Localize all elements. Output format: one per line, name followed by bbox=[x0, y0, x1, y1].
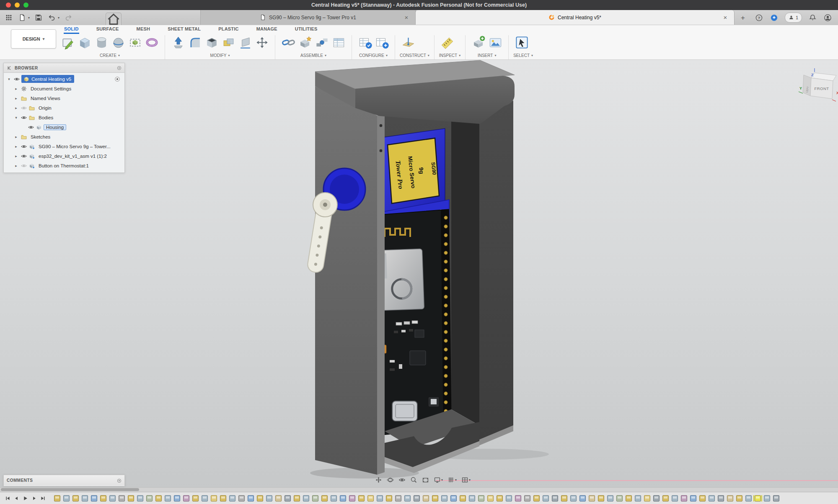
document-tab-central-heating[interactable]: Central Heating v5* × bbox=[415, 10, 735, 25]
timeline-feature-extrude[interactable] bbox=[202, 495, 208, 501]
timeline-feature-combine[interactable] bbox=[515, 495, 521, 501]
close-window-button[interactable] bbox=[6, 3, 11, 8]
timeline-feature-sketch[interactable] bbox=[497, 495, 503, 501]
timeline-feature-extrude[interactable] bbox=[607, 495, 613, 501]
pattern-icon[interactable] bbox=[127, 34, 143, 53]
timeline-feature-hole[interactable] bbox=[395, 495, 401, 501]
timeline-feature-sketch[interactable] bbox=[155, 495, 162, 501]
timeline-feature-move[interactable] bbox=[478, 495, 484, 501]
design-workspace-menu[interactable]: DESIGN ▾ bbox=[11, 29, 56, 49]
activate-component-radio[interactable] bbox=[114, 76, 120, 82]
group-label-assemble[interactable]: ASSEMBLE▾ bbox=[280, 53, 347, 58]
timeline-feature-fillet[interactable] bbox=[690, 495, 696, 501]
panel-options-icon[interactable] bbox=[116, 65, 122, 70]
close-tab-icon[interactable]: × bbox=[722, 13, 729, 21]
ribbon-tab-plastic[interactable]: PLASTIC bbox=[218, 25, 239, 34]
browser-item-named-views[interactable]: ▸Named Views bbox=[4, 93, 124, 103]
ribbon-tab-manage[interactable]: MANAGE bbox=[256, 25, 278, 34]
timeline-feature-extrude[interactable] bbox=[165, 495, 171, 501]
view-cube[interactable]: FRONT LEFT X Y Z bbox=[799, 68, 838, 101]
fillet-icon[interactable] bbox=[186, 34, 203, 53]
timeline-feature-component[interactable] bbox=[423, 495, 429, 501]
timeline-feature-extrude[interactable] bbox=[137, 495, 143, 501]
timeline-feature-extrude[interactable] bbox=[672, 495, 678, 501]
timeline-feature-extrude[interactable] bbox=[441, 495, 447, 501]
timeline-feature-fillet[interactable] bbox=[174, 495, 180, 501]
shell-icon[interactable] bbox=[203, 34, 220, 53]
timeline-feature-plane[interactable] bbox=[487, 495, 494, 501]
collapse-arrow-icon[interactable]: ▾ bbox=[13, 116, 19, 120]
expand-arrow-icon[interactable]: ▸ bbox=[13, 96, 19, 100]
collaborators-badge[interactable]: 1 bbox=[785, 13, 802, 23]
timeline-scrollbar-thumb[interactable] bbox=[1, 488, 139, 491]
zoom-icon[interactable] bbox=[409, 476, 418, 484]
timeline-feature-sketch[interactable] bbox=[72, 495, 79, 501]
step-forward-icon[interactable] bbox=[30, 494, 39, 502]
timeline-feature-sketch[interactable] bbox=[626, 495, 632, 501]
group-label-insert[interactable]: INSERT▾ bbox=[470, 53, 504, 58]
timeline-feature-combine[interactable] bbox=[681, 495, 687, 501]
group-label-modify[interactable]: MODIFY▾ bbox=[170, 53, 270, 58]
ribbon-tab-solid[interactable]: SOLID bbox=[64, 25, 79, 34]
fit-icon[interactable] bbox=[421, 476, 430, 484]
timeline-feature-fillet[interactable] bbox=[248, 495, 254, 501]
timeline-feature-extrude[interactable] bbox=[63, 495, 70, 501]
timeline-feature-extrude[interactable] bbox=[266, 495, 272, 501]
timeline-feature-hole[interactable] bbox=[238, 495, 245, 501]
close-tab-icon[interactable]: × bbox=[403, 13, 410, 21]
file-doc-icon[interactable] bbox=[18, 13, 27, 22]
revolve-icon[interactable] bbox=[110, 34, 127, 53]
chevron-down-icon[interactable]: ▾ bbox=[28, 16, 30, 20]
expand-arrow-icon[interactable]: ▸ bbox=[13, 106, 19, 110]
timeline-feature-hole[interactable] bbox=[524, 495, 530, 501]
ribbon-tab-sheet-metal[interactable]: SHEET METAL bbox=[167, 25, 201, 34]
timeline-feature-fillet[interactable] bbox=[91, 495, 97, 501]
timeline-feature-sketch[interactable] bbox=[294, 495, 300, 501]
timeline-feature-extrude[interactable] bbox=[570, 495, 577, 501]
browser-item-esp32-dev-kit-v1-asm-v1-1-2[interactable]: ▸esp32_dev_kit_v1_asm v1 (1):2 bbox=[4, 151, 124, 161]
timeline-feature-plane[interactable] bbox=[211, 495, 217, 501]
joint-icon[interactable] bbox=[313, 34, 330, 53]
timeline-feature-sketch[interactable] bbox=[257, 495, 263, 501]
visibility-eye-icon[interactable] bbox=[21, 143, 27, 149]
torus-icon[interactable] bbox=[143, 34, 160, 53]
timeline-feature-sketch[interactable] bbox=[460, 495, 466, 501]
grid-settings-icon[interactable]: ▾ bbox=[447, 476, 458, 484]
viewcube-front-label[interactable]: FRONT bbox=[814, 86, 829, 91]
visibility-eye-off-icon[interactable] bbox=[21, 105, 27, 111]
link-icon[interactable] bbox=[280, 34, 297, 53]
timeline-feature-extrude[interactable] bbox=[543, 495, 549, 501]
timeline-feature-sketch[interactable] bbox=[192, 495, 199, 501]
timeline-feature-move[interactable] bbox=[312, 495, 318, 501]
timeline-feature-fillet[interactable] bbox=[450, 495, 457, 501]
configure-new-icon[interactable] bbox=[373, 34, 390, 53]
expand-arrow-icon[interactable]: ▸ bbox=[13, 135, 19, 139]
timeline-feature-sketch[interactable] bbox=[358, 495, 365, 501]
new-tab-button[interactable]: + bbox=[738, 13, 747, 23]
save-floppy-icon[interactable] bbox=[34, 13, 43, 22]
measure-icon[interactable] bbox=[439, 34, 456, 53]
timeline-feature-joint[interactable] bbox=[285, 495, 291, 501]
timeline-feature-hole[interactable] bbox=[119, 495, 125, 501]
apps-grid-icon[interactable] bbox=[4, 13, 13, 22]
expand-arrow-icon[interactable]: ▸ bbox=[13, 87, 19, 91]
group-label-construct[interactable]: CONSTRUCT▾ bbox=[400, 53, 429, 58]
collapse-arrow-icon[interactable]: ▾ bbox=[6, 77, 12, 81]
timeline-feature-sketch[interactable] bbox=[736, 495, 742, 501]
timeline-feature-sketch[interactable] bbox=[128, 495, 134, 501]
group-label-create[interactable]: CREATE▾ bbox=[59, 53, 160, 58]
model-viewport[interactable]: Tower Pro Micro Servo 9g SG90 bbox=[0, 59, 838, 504]
draft-icon[interactable] bbox=[237, 34, 253, 53]
group-label-inspect[interactable]: INSPECT▾ bbox=[439, 53, 460, 58]
timeline-feature-combine[interactable] bbox=[349, 495, 355, 501]
timeline-feature-extrude[interactable] bbox=[303, 495, 309, 501]
browser-item-sg90-micro-servo-9g-tower[interactable]: ▸SG90 – Micro Servo 9g – Tower... bbox=[4, 141, 124, 151]
visibility-eye-icon[interactable] bbox=[21, 153, 27, 159]
timeline-feature-extrude[interactable] bbox=[764, 495, 770, 501]
browser-item-document-settings[interactable]: ▸Document Settings bbox=[4, 84, 124, 93]
timeline-feature-extrude[interactable] bbox=[709, 495, 715, 501]
visibility-eye-off-icon[interactable] bbox=[21, 162, 27, 169]
panel-options-icon[interactable] bbox=[116, 478, 122, 483]
timeline-feature-move[interactable] bbox=[616, 495, 623, 501]
ribbon-tab-surface[interactable]: SURFACE bbox=[96, 25, 119, 34]
